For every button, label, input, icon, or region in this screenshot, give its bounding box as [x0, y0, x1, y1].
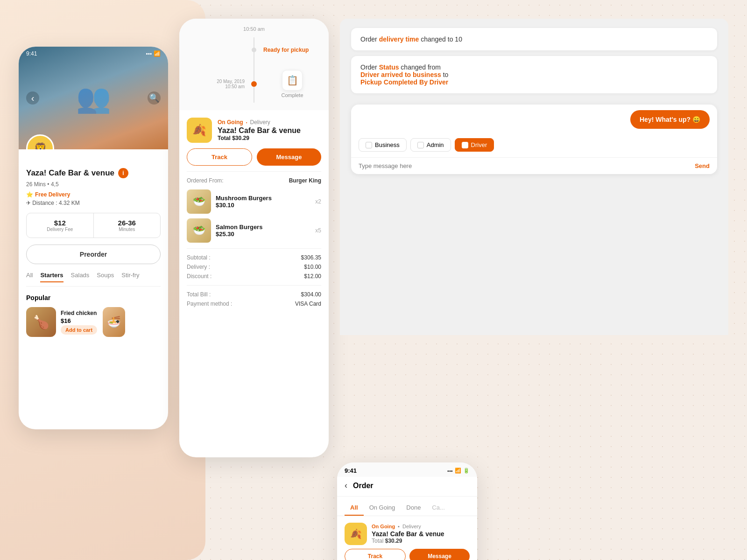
info-badge[interactable]: i — [118, 168, 128, 178]
status-time: 9:41 — [26, 50, 37, 57]
send-button[interactable]: Send — [695, 162, 710, 169]
notification-2: Order Status changed from Driver arrived… — [351, 56, 717, 93]
tab-salads[interactable]: Salads — [71, 272, 90, 282]
phone-restaurant-detail: 👥 9:41 ▪▪▪ 📶 ‹ 🔍 🦁 Yaza! Cafe Bar & venu… — [19, 47, 168, 429]
complete-label: Complete — [281, 92, 303, 98]
food-price: $16 — [61, 317, 97, 324]
recipient-tabs: Business Admin Driver — [351, 134, 717, 157]
admin-checkbox[interactable] — [417, 142, 424, 148]
distance-label: Distance : 4.32 KM — [32, 200, 79, 206]
notif1-prefix: Order — [360, 35, 379, 43]
signal-icon: ▪▪▪ — [146, 50, 152, 57]
item1-total: Total $30.29 — [372, 538, 444, 544]
food-image-partial: 🍜 — [103, 307, 125, 337]
popular-label: Popular — [26, 294, 161, 301]
phone-order-list: 9:41 ▪▪▪ 📶 🔋 ‹ Order All On Going Done C… — [337, 462, 477, 560]
order-tabs: All On Going Done Ca... — [337, 497, 477, 516]
tab-soups[interactable]: Soups — [97, 272, 114, 282]
wifi-icon-4: 📶 — [455, 468, 461, 474]
message-button-sm-1[interactable]: Message — [409, 549, 470, 560]
tab-stirfry[interactable]: Stir-fry — [121, 272, 139, 282]
order-status: On Going — [218, 119, 243, 126]
hero-image: 👥 — [76, 82, 111, 115]
add-to-cart-button[interactable]: Add to cart — [61, 325, 97, 335]
item1-status: On Going — [372, 524, 395, 529]
star-icon: ⭐ — [26, 191, 33, 198]
tab-ongoing-4[interactable]: On Going — [364, 500, 401, 516]
delivery-label: Delivery : — [187, 264, 210, 270]
preorder-button[interactable]: Preorder — [26, 245, 161, 264]
order-list-item-1: 🍂 On Going • Delivery Yaza! Cafe Bar & v… — [337, 516, 477, 560]
ready-pickup-label: Ready for pickup — [254, 47, 321, 53]
tab-business-label: Business — [375, 141, 400, 148]
delivery-fee-label: Delivery Fee — [32, 227, 88, 232]
tab-starters[interactable]: Starters — [40, 272, 63, 282]
tab-all-4[interactable]: All — [345, 500, 364, 516]
tab-done-4[interactable]: Done — [401, 500, 426, 516]
order-item-1: 🥗 Mushroom Burgers $30.10 x2 — [187, 189, 321, 214]
item-qty-2: x5 — [315, 227, 321, 234]
item-name-2: Salmon Burgers — [216, 224, 310, 231]
total-bill-value: $304.00 — [301, 291, 321, 298]
chat-message-bubble: Hey! What's up? 😄 — [630, 110, 710, 129]
discount-value: $12.00 — [304, 273, 321, 280]
tab-cancelled-4[interactable]: Ca... — [426, 500, 450, 516]
delivery-time-label: Minutes — [99, 227, 155, 232]
complete-icon: 📋 — [282, 70, 303, 91]
tab-all[interactable]: All — [26, 272, 33, 282]
free-delivery-label: Free Delivery — [35, 191, 70, 198]
tab-driver-label: Driver — [471, 141, 487, 148]
restaurant-name: Yaza! Cafe Bar & venue — [26, 168, 114, 178]
tab-admin-label: Admin — [427, 141, 444, 148]
notif2-end: Pickup Completed By Driver — [360, 78, 448, 86]
track-button-sm-1[interactable]: Track — [345, 549, 406, 560]
message-button[interactable]: Message — [257, 148, 321, 166]
driver-checkbox[interactable] — [462, 142, 468, 148]
food-image: 🍗 — [26, 307, 56, 337]
total-bill-label: Total Bill : — [187, 291, 211, 298]
tab-driver[interactable]: Driver — [455, 138, 494, 152]
business-checkbox[interactable] — [366, 142, 372, 148]
total-value: $30.29 — [232, 135, 249, 141]
distance-icon: ✈ — [26, 200, 31, 206]
notif2-middle: changed from — [399, 63, 441, 71]
order-restaurant-name: Yaza! Cafe Bar & venue — [218, 126, 321, 135]
battery-icon-4: 🔋 — [463, 468, 470, 474]
discount-label: Discount : — [187, 273, 211, 280]
notif2-prefix: Order — [360, 63, 379, 71]
item1-type: Delivery — [402, 524, 421, 529]
ordered-from-label: Ordered From: — [187, 177, 224, 184]
message-input[interactable] — [359, 162, 690, 169]
signal-icon-4: ▪▪▪ — [447, 468, 453, 474]
notification-1: Order delivery time changed to 10 — [351, 28, 717, 50]
delivery-time-value: 26-36 — [99, 219, 155, 227]
notif2-to: to — [441, 71, 449, 78]
chat-area: Hey! What's up? 😄 Business Admin Driver — [351, 105, 717, 174]
timeline-date: 20 May, 2019 — [187, 79, 245, 84]
phone4-title: Order — [353, 482, 374, 490]
tab-business[interactable]: Business — [359, 138, 407, 152]
order-logo-1: 🍂 — [345, 523, 367, 545]
search-button[interactable]: 🔍 — [148, 91, 161, 105]
item1-dot: • — [398, 524, 400, 529]
back-button[interactable]: ‹ — [26, 91, 39, 105]
total-label: Total — [218, 135, 231, 141]
timeline-time-top: 10:50 am — [187, 26, 321, 32]
message-input-row: Send — [351, 157, 717, 174]
notif2-status: Status — [379, 63, 399, 71]
item-price-1: $30.10 — [216, 202, 310, 209]
wifi-icon: 📶 — [154, 50, 161, 57]
track-button[interactable]: Track — [187, 148, 252, 166]
food-item-fried-chicken: 🍗 Fried chicken $16 Add to cart — [26, 307, 97, 337]
notif2-from: Driver arrived to business — [360, 71, 441, 78]
item-qty-1: x2 — [315, 198, 321, 205]
item-image-1: 🥗 — [187, 189, 211, 214]
item-image-2: 🥗 — [187, 218, 211, 243]
order-item-2: 🥗 Salmon Burgers $25.30 x5 — [187, 218, 321, 243]
item-name-1: Mushroom Burgers — [216, 195, 310, 202]
tab-admin[interactable]: Admin — [410, 138, 451, 152]
restaurant-meta: 26 Mins • 4,5 — [26, 181, 161, 188]
back-button-4[interactable]: ‹ — [345, 481, 347, 490]
ordered-from-value: Burger King — [289, 177, 321, 184]
delivery-fee-value: $12 — [32, 219, 88, 227]
